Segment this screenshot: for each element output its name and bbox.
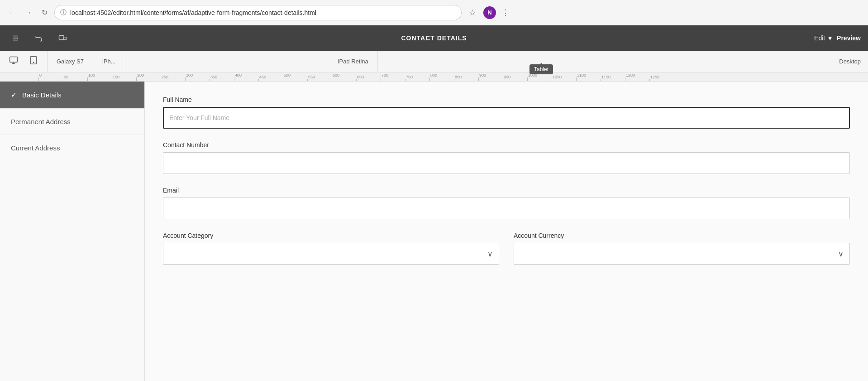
sidebar-item-basic-details[interactable]: ✓ Basic Details xyxy=(0,82,144,109)
app-header: CONTACT DETAILS Edit ▼ Preview xyxy=(0,25,868,51)
desktop-label: Desktop xyxy=(839,58,861,65)
info-icon: ⓘ xyxy=(60,9,67,17)
ruler-mark: 1250 xyxy=(649,75,674,81)
ruler-mark: 1000 xyxy=(527,73,552,81)
sidebar-item-basic-details-label: Basic Details xyxy=(22,91,62,99)
account-category-label: Account Category xyxy=(163,232,499,239)
ruler-mark: 1050 xyxy=(552,75,576,81)
email-label: Email xyxy=(163,187,850,194)
device-galaxy-s7[interactable]: Galaxy S7 xyxy=(48,51,93,72)
sidebar-item-permanent-address[interactable]: Permanent Address xyxy=(0,109,144,135)
device-options: Galaxy S7 iPh... iPad Retina xyxy=(48,51,868,72)
svg-point-10 xyxy=(33,62,34,63)
full-name-field: Full Name xyxy=(163,96,850,129)
checkmark-icon: ✓ xyxy=(11,91,17,99)
email-field: Email xyxy=(163,187,850,219)
undo-icon-btn[interactable] xyxy=(31,30,47,46)
account-category-select-wrapper xyxy=(163,243,499,265)
settings-icon-btn[interactable] xyxy=(7,30,24,46)
app-title: CONTACT DETAILS xyxy=(401,34,467,42)
ruler-mark: 0 xyxy=(38,73,63,81)
sidebar: ✓ Basic Details Permanent Address Curren… xyxy=(0,82,145,381)
ruler-mark: 350 xyxy=(210,75,234,81)
ruler-mark: 100 xyxy=(87,73,112,81)
account-category-select[interactable] xyxy=(163,243,499,265)
account-currency-label: Account Currency xyxy=(514,232,850,239)
ruler-mark: 950 xyxy=(503,75,527,81)
ruler-marks: 0501001502002503003504004505005506006507… xyxy=(38,73,674,81)
ruler-mark: 500 xyxy=(283,73,307,81)
preview-button[interactable]: Preview xyxy=(837,34,861,42)
desktop-icon-btn[interactable] xyxy=(7,54,20,69)
ruler-mark: 900 xyxy=(478,73,503,81)
svg-rect-6 xyxy=(10,57,18,63)
contact-number-field: Contact Number xyxy=(163,141,850,174)
app-header-right: Edit ▼ Preview xyxy=(814,34,861,42)
ruler-mark: 200 xyxy=(136,73,161,81)
ruler-mark: 450 xyxy=(258,75,283,81)
account-currency-select[interactable] xyxy=(514,243,850,265)
forward-button[interactable]: → xyxy=(22,6,34,19)
main-layout: ✓ Basic Details Permanent Address Curren… xyxy=(0,82,868,381)
ruler-mark: 750 xyxy=(405,75,429,81)
ruler-mark: 650 xyxy=(356,75,381,81)
ruler-mark: 400 xyxy=(234,73,258,81)
ruler-mark: 850 xyxy=(454,75,478,81)
contact-number-input[interactable] xyxy=(163,152,850,174)
full-name-label: Full Name xyxy=(163,96,850,103)
ruler-mark: 550 xyxy=(307,75,332,81)
device-bar-icons xyxy=(0,51,48,72)
ruler-mark: 600 xyxy=(332,73,356,81)
account-row: Account Category Account Currency xyxy=(163,232,850,277)
device-bar: Galaxy S7 iPh... iPad Retina Desktop Tab… xyxy=(0,51,868,72)
form-area: Full Name Contact Number Email Account C… xyxy=(145,82,868,381)
url-text: localhost:4502/editor.html/content/forms… xyxy=(70,9,456,16)
sidebar-item-current-address[interactable]: Current Address xyxy=(0,135,144,161)
edit-button[interactable]: Edit ▼ xyxy=(814,34,833,42)
reload-button[interactable]: ↻ xyxy=(38,6,51,19)
contact-number-label: Contact Number xyxy=(163,141,850,149)
ruler-mark: 1200 xyxy=(625,73,649,81)
ruler-mark: 300 xyxy=(185,73,210,81)
avatar[interactable]: N xyxy=(483,6,496,19)
account-currency-select-wrapper xyxy=(514,243,850,265)
svg-rect-4 xyxy=(59,36,64,40)
sidebar-item-current-address-label: Current Address xyxy=(11,144,60,152)
ruler-mark: 250 xyxy=(161,75,185,81)
address-bar[interactable]: ⓘ localhost:4502/editor.html/content/for… xyxy=(54,5,462,20)
menu-icon[interactable]: ⋮ xyxy=(501,8,510,18)
bookmark-icon[interactable]: ☆ xyxy=(469,8,476,18)
responsive-icon-btn[interactable] xyxy=(54,30,71,46)
ruler-mark: 150 xyxy=(112,75,136,81)
device-ipad-retina[interactable]: iPad Retina xyxy=(329,51,378,72)
back-button[interactable]: ← xyxy=(5,6,18,19)
ruler-mark: 50 xyxy=(63,75,87,81)
ruler-mark: 700 xyxy=(381,73,405,81)
account-category-field: Account Category xyxy=(163,232,499,265)
ruler: 0501001502002503003504004505005506006507… xyxy=(0,72,868,82)
browser-chrome: ← → ↻ ⓘ localhost:4502/editor.html/conte… xyxy=(0,0,868,25)
ruler-mark: 800 xyxy=(429,73,454,81)
tablet-icon-btn[interactable] xyxy=(27,54,40,69)
svg-rect-5 xyxy=(64,37,66,40)
sidebar-item-permanent-address-label: Permanent Address xyxy=(11,118,71,125)
full-name-input[interactable] xyxy=(163,107,850,129)
ruler-mark: 1150 xyxy=(601,75,625,81)
svg-point-3 xyxy=(16,38,18,39)
app-header-left xyxy=(7,30,71,46)
account-currency-field: Account Currency xyxy=(514,232,850,265)
device-iphone[interactable]: iPh... xyxy=(93,51,125,72)
email-input[interactable] xyxy=(163,198,850,219)
ruler-mark: 1100 xyxy=(576,73,601,81)
